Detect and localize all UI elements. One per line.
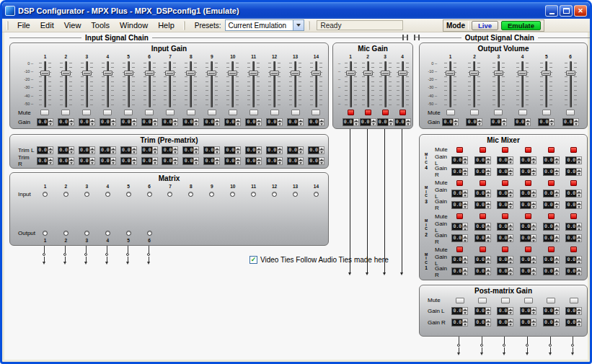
trim-spinbox[interactable]: 0.0	[224, 157, 241, 165]
trim-spinbox[interactable]: 0.0	[266, 146, 283, 154]
mute-button[interactable]	[470, 110, 479, 115]
gain-fader[interactable]	[226, 61, 239, 107]
gain-spinbox[interactable]: 0.0	[497, 256, 513, 264]
tie-connector[interactable]	[570, 337, 575, 355]
mute-button[interactable]	[229, 110, 237, 115]
gain-spinbox[interactable]: 0.0	[565, 223, 582, 231]
gain-spinbox[interactable]: 0.0	[474, 156, 491, 164]
gain-spinbox[interactable]: 0.0	[520, 190, 536, 197]
tie-connector[interactable]	[525, 337, 530, 355]
gain-spinbox[interactable]: 0.0	[474, 307, 491, 315]
gain-spinbox[interactable]: 0.0	[497, 156, 513, 164]
gain-fader[interactable]	[143, 61, 156, 107]
trim-spinbox[interactable]: 0.0	[203, 157, 220, 165]
mute-button[interactable]	[348, 110, 354, 115]
trim-spinbox[interactable]: 0.0	[58, 146, 74, 154]
spinner-down-icon[interactable]	[477, 122, 482, 126]
spinner-down-icon[interactable]	[110, 150, 116, 154]
spinner-down-icon[interactable]	[531, 322, 536, 327]
mute-button[interactable]	[548, 213, 555, 219]
mute-button[interactable]	[502, 180, 508, 186]
spinner-down-icon[interactable]	[214, 150, 220, 154]
mute-button[interactable]	[570, 147, 577, 153]
matrix-input-node[interactable]	[293, 192, 298, 197]
trim-spinbox[interactable]: 0.0	[120, 157, 137, 165]
spinner-down-icon[interactable]	[485, 172, 491, 176]
spinner-down-icon[interactable]	[371, 122, 376, 126]
matrix-output-node[interactable]	[63, 231, 69, 236]
mute-button[interactable]	[570, 180, 577, 186]
spinner-down-icon[interactable]	[353, 122, 359, 126]
gain-spinbox[interactable]: 0.0	[377, 118, 394, 126]
gain-spinbox[interactable]: 0.0	[451, 156, 468, 164]
mute-button[interactable]	[525, 213, 531, 219]
spinner-down-icon[interactable]	[508, 322, 513, 327]
gain-spinbox[interactable]: 0.0	[451, 201, 468, 209]
gain-spinbox[interactable]: 0.0	[308, 118, 324, 126]
spinner-down-icon[interactable]	[531, 272, 536, 276]
mute-button[interactable]	[187, 110, 195, 115]
trim-spinbox[interactable]: 0.0	[162, 157, 178, 165]
gain-spinbox[interactable]: 0.0	[120, 118, 137, 126]
spinner-down-icon[interactable]	[69, 161, 74, 165]
spinner-down-icon[interactable]	[501, 122, 507, 126]
spinner-down-icon[interactable]	[172, 150, 178, 154]
spinner-down-icon[interactable]	[508, 272, 513, 276]
spinner-down-icon[interactable]	[131, 122, 137, 126]
gain-spinbox[interactable]: 0.0	[520, 319, 536, 327]
spinner-down-icon[interactable]	[531, 193, 536, 197]
mute-button[interactable]	[456, 147, 463, 153]
spinner-down-icon[interactable]	[277, 161, 283, 165]
spinner-down-icon[interactable]	[576, 260, 582, 265]
spinner-down-icon[interactable]	[89, 161, 95, 165]
mute-button[interactable]	[548, 247, 555, 252]
gain-spinbox[interactable]: 0.0	[474, 234, 491, 242]
spinner-down-icon[interactable]	[48, 150, 53, 154]
spinner-down-icon[interactable]	[531, 172, 536, 176]
spinner-down-icon[interactable]	[554, 160, 560, 164]
spinner-down-icon[interactable]	[508, 205, 513, 209]
spinner-down-icon[interactable]	[485, 205, 491, 209]
spinner-down-icon[interactable]	[485, 322, 491, 327]
spinner-down-icon[interactable]	[485, 160, 491, 164]
tie-connector[interactable]	[480, 337, 485, 355]
gain-spinbox[interactable]: 0.0	[543, 267, 560, 275]
trim-spinbox[interactable]: 0.0	[37, 157, 53, 165]
spinner-down-icon[interactable]	[508, 239, 513, 243]
toolbar-grip[interactable]	[308, 21, 310, 30]
matrix-input-node[interactable]	[314, 192, 319, 197]
gain-spinbox[interactable]: 0.0	[474, 256, 491, 264]
spinner-down-icon[interactable]	[235, 150, 241, 154]
maximize-button[interactable]	[560, 5, 573, 17]
spinner-down-icon[interactable]	[508, 160, 513, 164]
tie-connector[interactable]	[548, 337, 553, 355]
mute-button[interactable]	[525, 147, 531, 153]
menu-item[interactable]: Window	[115, 19, 153, 31]
gain-spinbox[interactable]: 0.0	[520, 307, 536, 315]
gain-spinbox[interactable]: 0.0	[79, 118, 95, 126]
mute-button[interactable]	[456, 247, 463, 252]
spinner-down-icon[interactable]	[485, 260, 491, 265]
emulate-button[interactable]: Emulate	[501, 21, 541, 30]
gain-spinbox[interactable]: 0.0	[520, 223, 536, 231]
gain-fader[interactable]	[123, 61, 135, 107]
menu-item[interactable]: Edit	[35, 19, 59, 31]
gain-spinbox[interactable]: 0.0	[565, 156, 582, 164]
gain-spinbox[interactable]: 0.0	[497, 267, 513, 275]
spinner-down-icon[interactable]	[453, 122, 459, 126]
menu-item[interactable]: Help	[153, 19, 180, 31]
gain-spinbox[interactable]: 0.0	[565, 190, 582, 197]
spinner-down-icon[interactable]	[256, 122, 262, 126]
matrix-output-node[interactable]	[147, 231, 152, 236]
trim-spinbox[interactable]: 0.0	[203, 146, 220, 154]
gain-spinbox[interactable]: 0.0	[474, 190, 491, 197]
trim-spinbox[interactable]: 0.0	[100, 146, 116, 154]
toolbar-grip[interactable]	[6, 21, 9, 30]
spinner-down-icon[interactable]	[256, 150, 262, 154]
trim-spinbox[interactable]: 0.0	[141, 157, 158, 165]
gain-spinbox[interactable]: 0.0	[520, 201, 536, 209]
trim-spinbox[interactable]: 0.0	[287, 157, 304, 165]
gain-fader[interactable]	[185, 61, 197, 107]
video-ties-checkbox[interactable]	[249, 256, 257, 264]
trim-spinbox[interactable]: 0.0	[58, 157, 74, 165]
